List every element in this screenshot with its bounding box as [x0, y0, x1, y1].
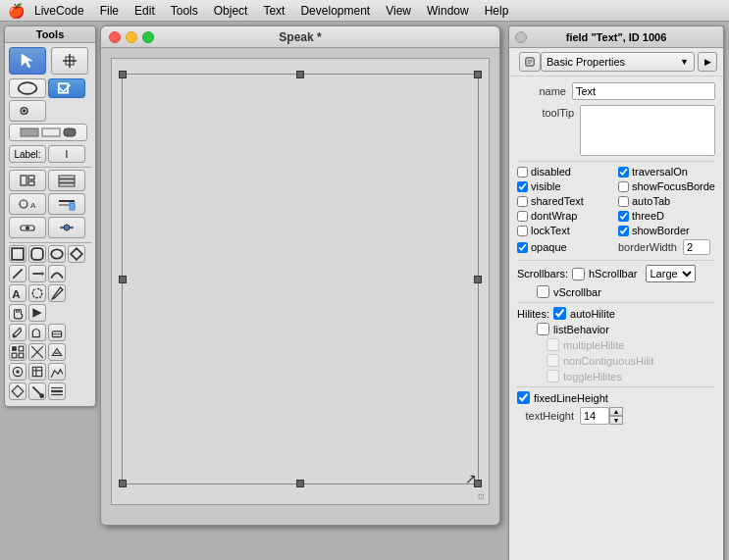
visible-checkbox[interactable] — [517, 181, 528, 192]
tool-rrect[interactable] — [28, 245, 46, 263]
tool-label[interactable]: Label: — [9, 145, 46, 163]
tool-rect-fill[interactable] — [9, 124, 87, 141]
menu-tools[interactable]: Tools — [164, 3, 205, 19]
nonContiguousHilite-checkbox[interactable] — [547, 354, 559, 367]
tool-f1[interactable] — [9, 382, 26, 400]
menu-livecode[interactable]: LiveCode — [27, 3, 91, 19]
listBehavior-checkbox[interactable] — [537, 323, 549, 335]
tool-icon3[interactable]: A — [9, 193, 46, 215]
props-icon-left[interactable] — [519, 52, 541, 72]
menu-text[interactable]: Text — [256, 3, 291, 19]
handle-mr[interactable] — [474, 276, 482, 283]
tool-arrow[interactable] — [9, 47, 46, 75]
showBorder-checkbox[interactable] — [618, 226, 629, 236]
fixedLineHeight-label: fixedLineHeight — [534, 392, 608, 404]
tool-f2[interactable] — [28, 382, 46, 400]
hScrollbar-checkbox[interactable] — [572, 268, 585, 280]
menu-edit[interactable]: Edit — [128, 3, 162, 19]
tool-extra[interactable] — [9, 100, 46, 122]
borderWidth-input[interactable] — [683, 239, 710, 255]
maximize-button[interactable] — [142, 31, 154, 43]
size-dropdown[interactable]: Large — [646, 265, 696, 282]
props-dropdown[interactable]: Basic Properties ▼ — [541, 52, 695, 72]
canvas-area[interactable]: ↗ ⊡ — [111, 58, 490, 505]
tool-oval[interactable] — [9, 78, 46, 98]
menu-development[interactable]: Development — [293, 3, 377, 19]
close-button[interactable] — [109, 31, 121, 43]
opaque-checkbox[interactable] — [517, 242, 528, 253]
apple-menu[interactable]: 🍎 — [6, 3, 26, 19]
tool-rect[interactable] — [9, 245, 26, 263]
tool-grid1[interactable] — [9, 343, 26, 361]
menu-object[interactable]: Object — [207, 3, 255, 19]
svg-text:A: A — [12, 287, 21, 300]
tool-diamond[interactable] — [68, 245, 85, 263]
tool-lasso[interactable] — [28, 284, 46, 302]
disabled-checkbox[interactable] — [517, 167, 528, 178]
autoHilite-checkbox[interactable] — [553, 307, 566, 320]
handle-tl[interactable] — [119, 71, 127, 78]
textHeight-input[interactable] — [580, 407, 609, 425]
tool-icon1[interactable] — [9, 170, 46, 191]
minimize-button[interactable] — [126, 31, 137, 43]
tool-crosshair[interactable] — [51, 47, 88, 75]
traversalOn-checkbox[interactable] — [618, 167, 629, 178]
menu-view[interactable]: View — [379, 3, 418, 19]
stepper-up[interactable]: ▲ — [609, 407, 623, 416]
tool-textinput[interactable]: I — [48, 145, 85, 163]
lockText-checkbox[interactable] — [517, 226, 528, 236]
handle-ml[interactable] — [119, 276, 127, 283]
menu-window[interactable]: Window — [420, 3, 476, 19]
showFocusBorder-checkbox[interactable] — [618, 181, 629, 192]
tool-text2[interactable]: A — [9, 284, 26, 302]
stepper-down[interactable]: ▼ — [609, 416, 623, 425]
menu-file[interactable]: File — [93, 3, 126, 19]
sharedText-checkbox[interactable] — [517, 196, 528, 207]
svg-point-29 — [51, 249, 63, 258]
tool-hand[interactable] — [9, 304, 26, 322]
tool-b3[interactable] — [48, 363, 66, 381]
tool-eyedrop[interactable] — [9, 324, 26, 341]
tool-bucket[interactable] — [28, 324, 46, 341]
tool-f3[interactable] — [48, 382, 66, 400]
checkbox-visible: visible — [517, 180, 614, 192]
fixedLineHeight-checkbox[interactable] — [517, 391, 530, 404]
vScrollbar-checkbox[interactable] — [537, 285, 549, 298]
multipleHilite-checkbox[interactable] — [547, 338, 559, 351]
dontWrap-checkbox[interactable] — [517, 211, 528, 222]
speak-content: ↗ ⊡ — [101, 48, 499, 525]
tool-icon4[interactable] — [48, 193, 85, 215]
tool-b2[interactable] — [28, 363, 46, 381]
tools-title: Tools — [5, 26, 95, 43]
threeD-checkbox[interactable] — [618, 211, 629, 222]
prop-row-tooltip: toolTip — [517, 105, 715, 156]
handle-tr[interactable] — [474, 71, 482, 78]
props-collapse-button[interactable] — [515, 31, 527, 43]
handle-tc[interactable] — [296, 71, 304, 78]
tool-icon2[interactable] — [48, 170, 85, 191]
tool-ellipse[interactable] — [48, 245, 66, 263]
tool-line[interactable] — [9, 265, 26, 282]
menu-help[interactable]: Help — [478, 3, 516, 19]
tool-arrow2[interactable] — [28, 265, 46, 282]
tool-pen[interactable] — [48, 284, 66, 302]
tool-checkbox[interactable] — [48, 78, 85, 98]
name-input[interactable] — [572, 82, 715, 100]
tool-icon5[interactable] — [9, 217, 46, 238]
handle-bc[interactable] — [296, 480, 304, 487]
svg-point-26 — [64, 225, 70, 230]
tool-icon6[interactable] — [48, 217, 85, 238]
props-next-button[interactable]: ▶ — [698, 52, 717, 72]
toggleHilites-checkbox[interactable] — [547, 370, 559, 382]
handle-bl[interactable] — [119, 480, 127, 487]
tooltip-textarea[interactable] — [580, 105, 715, 156]
tools-top-grid — [5, 43, 95, 78]
tool-b1[interactable] — [9, 363, 26, 381]
tool-eraser[interactable] — [48, 324, 66, 341]
tool-play[interactable] — [28, 304, 46, 322]
resize-handle[interactable]: ⊡ — [475, 490, 487, 502]
tool-grid3[interactable] — [48, 343, 66, 361]
autoTab-checkbox[interactable] — [618, 196, 629, 207]
tool-grid2[interactable] — [28, 343, 46, 361]
tool-curve[interactable] — [48, 265, 66, 282]
